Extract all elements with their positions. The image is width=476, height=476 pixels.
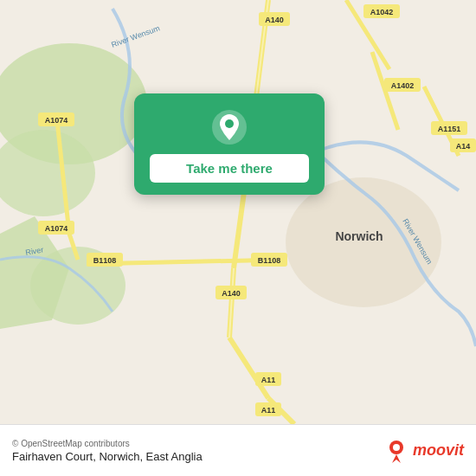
svg-text:A1402: A1402 <box>391 81 415 90</box>
svg-point-50 <box>225 119 234 128</box>
moovit-brand-icon <box>384 439 408 463</box>
map-area: A140 A1042 A1402 A1151 A1074 A1074 B1108… <box>0 0 476 424</box>
moovit-logo: moovit <box>384 439 464 463</box>
svg-text:A11: A11 <box>261 406 276 415</box>
svg-text:A140: A140 <box>222 289 241 298</box>
svg-text:B1108: B1108 <box>258 256 281 265</box>
svg-text:A11: A11 <box>261 376 276 384</box>
osm-attribution: © OpenStreetMap contributors <box>12 439 203 448</box>
svg-text:A14: A14 <box>456 142 471 151</box>
svg-text:B1108: B1108 <box>93 256 117 265</box>
footer: © OpenStreetMap contributors Fairhaven C… <box>0 424 476 476</box>
footer-info: © OpenStreetMap contributors Fairhaven C… <box>12 439 203 463</box>
location-label: Fairhaven Court, Norwich, East Anglia <box>12 450 203 463</box>
svg-text:A140: A140 <box>265 16 284 24</box>
location-popup: Take me there <box>134 93 325 195</box>
svg-point-52 <box>393 444 400 451</box>
svg-text:A1074: A1074 <box>45 224 68 233</box>
svg-text:A1042: A1042 <box>370 8 394 16</box>
svg-text:A1074: A1074 <box>45 116 68 125</box>
moovit-brand-label: moovit <box>413 441 464 460</box>
take-me-there-button[interactable]: Take me there <box>150 154 309 183</box>
location-pin-icon <box>211 109 248 145</box>
svg-text:A1151: A1151 <box>438 125 461 133</box>
svg-text:Norwich: Norwich <box>335 229 383 243</box>
